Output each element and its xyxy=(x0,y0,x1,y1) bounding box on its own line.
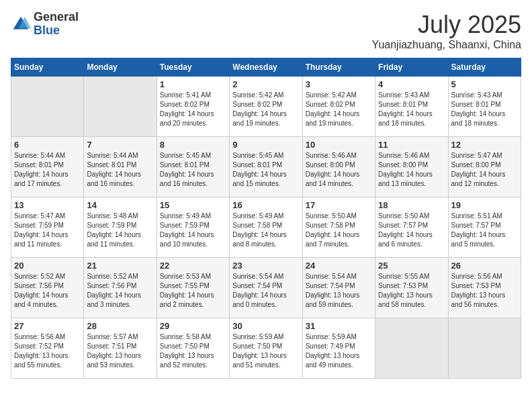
day-number: 25 xyxy=(378,261,445,271)
day-cell: 4 Sunrise: 5:43 AM Sunset: 8:01 PM Dayli… xyxy=(375,77,448,137)
day-cell: 23 Sunrise: 5:54 AM Sunset: 7:54 PM Dayl… xyxy=(230,258,302,318)
day-number: 4 xyxy=(378,79,445,89)
location-title: Yuanjiazhuang, Shaanxi, China xyxy=(372,39,521,51)
day-number: 29 xyxy=(160,321,226,331)
day-cell: 30 Sunrise: 5:59 AM Sunset: 7:50 PM Dayl… xyxy=(230,318,302,379)
header-day-thursday: Thursday xyxy=(302,58,375,77)
day-number: 14 xyxy=(87,200,153,210)
day-cell: 10 Sunrise: 5:46 AM Sunset: 8:00 PM Dayl… xyxy=(302,137,375,197)
day-info: Sunrise: 5:43 AM Sunset: 8:01 PM Dayligh… xyxy=(378,91,445,128)
day-cell: 3 Sunrise: 5:42 AM Sunset: 8:02 PM Dayli… xyxy=(302,77,375,137)
day-info: Sunrise: 5:56 AM Sunset: 7:52 PM Dayligh… xyxy=(14,332,81,370)
day-cell: 29 Sunrise: 5:58 AM Sunset: 7:50 PM Dayl… xyxy=(157,318,229,379)
day-cell: 16 Sunrise: 5:49 AM Sunset: 7:58 PM Dayl… xyxy=(230,197,302,258)
day-info: Sunrise: 5:57 AM Sunset: 7:51 PM Dayligh… xyxy=(87,332,153,370)
day-info: Sunrise: 5:48 AM Sunset: 7:59 PM Dayligh… xyxy=(87,212,153,249)
day-info: Sunrise: 5:44 AM Sunset: 8:01 PM Dayligh… xyxy=(87,151,153,189)
day-number: 27 xyxy=(14,321,81,331)
day-cell xyxy=(375,318,448,379)
day-number: 21 xyxy=(87,261,153,271)
day-info: Sunrise: 5:50 AM Sunset: 7:57 PM Dayligh… xyxy=(378,212,445,249)
day-cell: 12 Sunrise: 5:47 AM Sunset: 8:00 PM Dayl… xyxy=(448,137,521,197)
day-cell: 6 Sunrise: 5:44 AM Sunset: 8:01 PM Dayli… xyxy=(11,137,84,197)
day-info: Sunrise: 5:46 AM Sunset: 8:00 PM Dayligh… xyxy=(306,151,372,189)
day-number: 5 xyxy=(451,79,518,89)
day-info: Sunrise: 5:59 AM Sunset: 7:49 PM Dayligh… xyxy=(306,332,372,370)
day-info: Sunrise: 5:45 AM Sunset: 8:01 PM Dayligh… xyxy=(232,151,299,189)
day-info: Sunrise: 5:41 AM Sunset: 8:02 PM Dayligh… xyxy=(160,91,226,128)
header-day-friday: Friday xyxy=(375,58,448,77)
day-number: 17 xyxy=(306,200,372,210)
week-row-2: 13 Sunrise: 5:47 AM Sunset: 7:59 PM Dayl… xyxy=(11,197,521,258)
month-year-title: July 2025 xyxy=(372,11,521,39)
header-day-wednesday: Wednesday xyxy=(230,58,302,77)
day-cell: 28 Sunrise: 5:57 AM Sunset: 7:51 PM Dayl… xyxy=(84,318,157,379)
day-info: Sunrise: 5:43 AM Sunset: 8:01 PM Dayligh… xyxy=(451,91,518,128)
day-cell: 21 Sunrise: 5:52 AM Sunset: 7:56 PM Dayl… xyxy=(84,258,157,318)
day-number: 15 xyxy=(160,200,226,210)
logo-blue: Blue xyxy=(34,24,79,38)
day-number: 13 xyxy=(14,200,81,210)
day-number: 2 xyxy=(232,79,299,89)
day-info: Sunrise: 5:55 AM Sunset: 7:53 PM Dayligh… xyxy=(378,272,445,310)
day-cell: 8 Sunrise: 5:45 AM Sunset: 8:01 PM Dayli… xyxy=(157,137,229,197)
week-row-3: 20 Sunrise: 5:52 AM Sunset: 7:56 PM Dayl… xyxy=(11,258,521,318)
page-header: General Blue July 2025 Yuanjiazhuang, Sh… xyxy=(11,11,521,51)
day-cell: 2 Sunrise: 5:42 AM Sunset: 8:02 PM Dayli… xyxy=(230,77,302,137)
day-cell: 19 Sunrise: 5:51 AM Sunset: 7:57 PM Dayl… xyxy=(448,197,521,258)
day-info: Sunrise: 5:46 AM Sunset: 8:00 PM Dayligh… xyxy=(378,151,445,189)
day-info: Sunrise: 5:49 AM Sunset: 7:58 PM Dayligh… xyxy=(232,212,299,249)
day-info: Sunrise: 5:54 AM Sunset: 7:54 PM Dayligh… xyxy=(306,272,372,310)
calendar-header: SundayMondayTuesdayWednesdayThursdayFrid… xyxy=(11,58,521,77)
day-info: Sunrise: 5:52 AM Sunset: 7:56 PM Dayligh… xyxy=(87,272,153,310)
day-number: 1 xyxy=(160,79,226,89)
day-cell: 24 Sunrise: 5:54 AM Sunset: 7:54 PM Dayl… xyxy=(302,258,375,318)
day-number: 30 xyxy=(232,321,299,331)
week-row-4: 27 Sunrise: 5:56 AM Sunset: 7:52 PM Dayl… xyxy=(11,318,521,379)
header-day-tuesday: Tuesday xyxy=(157,58,229,77)
logo: General Blue xyxy=(11,11,79,38)
day-number: 22 xyxy=(160,261,226,271)
day-number: 11 xyxy=(378,140,445,150)
day-number: 8 xyxy=(160,140,226,150)
day-cell: 20 Sunrise: 5:52 AM Sunset: 7:56 PM Dayl… xyxy=(11,258,84,318)
day-cell: 1 Sunrise: 5:41 AM Sunset: 8:02 PM Dayli… xyxy=(157,77,229,137)
day-number: 20 xyxy=(14,261,81,271)
week-row-0: 1 Sunrise: 5:41 AM Sunset: 8:02 PM Dayli… xyxy=(11,77,521,137)
header-day-sunday: Sunday xyxy=(11,58,84,77)
day-cell: 26 Sunrise: 5:56 AM Sunset: 7:53 PM Dayl… xyxy=(448,258,521,318)
day-info: Sunrise: 5:47 AM Sunset: 7:59 PM Dayligh… xyxy=(14,212,81,249)
day-cell: 25 Sunrise: 5:55 AM Sunset: 7:53 PM Dayl… xyxy=(375,258,448,318)
logo-text: General Blue xyxy=(34,11,79,38)
day-info: Sunrise: 5:53 AM Sunset: 7:55 PM Dayligh… xyxy=(160,272,226,310)
day-info: Sunrise: 5:42 AM Sunset: 8:02 PM Dayligh… xyxy=(232,91,299,128)
day-number: 18 xyxy=(378,200,445,210)
day-cell xyxy=(448,318,521,379)
logo-general: General xyxy=(34,11,79,24)
calendar-body: 1 Sunrise: 5:41 AM Sunset: 8:02 PM Dayli… xyxy=(11,77,521,379)
day-cell: 14 Sunrise: 5:48 AM Sunset: 7:59 PM Dayl… xyxy=(84,197,157,258)
day-number: 31 xyxy=(306,321,372,331)
logo-icon xyxy=(11,14,31,34)
day-cell: 11 Sunrise: 5:46 AM Sunset: 8:00 PM Dayl… xyxy=(375,137,448,197)
day-info: Sunrise: 5:44 AM Sunset: 8:01 PM Dayligh… xyxy=(14,151,81,189)
day-cell: 9 Sunrise: 5:45 AM Sunset: 8:01 PM Dayli… xyxy=(230,137,302,197)
day-info: Sunrise: 5:59 AM Sunset: 7:50 PM Dayligh… xyxy=(232,332,299,370)
day-cell xyxy=(84,77,157,137)
day-cell: 17 Sunrise: 5:50 AM Sunset: 7:58 PM Dayl… xyxy=(302,197,375,258)
title-block: July 2025 Yuanjiazhuang, Shaanxi, China xyxy=(372,11,521,51)
day-number: 6 xyxy=(14,140,81,150)
day-info: Sunrise: 5:49 AM Sunset: 7:59 PM Dayligh… xyxy=(160,212,226,249)
day-number: 3 xyxy=(306,79,372,89)
day-number: 9 xyxy=(232,140,299,150)
day-cell: 7 Sunrise: 5:44 AM Sunset: 8:01 PM Dayli… xyxy=(84,137,157,197)
day-number: 24 xyxy=(306,261,372,271)
day-number: 28 xyxy=(87,321,153,331)
header-day-saturday: Saturday xyxy=(448,58,521,77)
day-info: Sunrise: 5:58 AM Sunset: 7:50 PM Dayligh… xyxy=(160,332,226,370)
day-number: 10 xyxy=(306,140,372,150)
day-info: Sunrise: 5:56 AM Sunset: 7:53 PM Dayligh… xyxy=(451,272,518,310)
day-info: Sunrise: 5:54 AM Sunset: 7:54 PM Dayligh… xyxy=(232,272,299,310)
day-number: 19 xyxy=(451,200,518,210)
day-info: Sunrise: 5:50 AM Sunset: 7:58 PM Dayligh… xyxy=(306,212,372,249)
